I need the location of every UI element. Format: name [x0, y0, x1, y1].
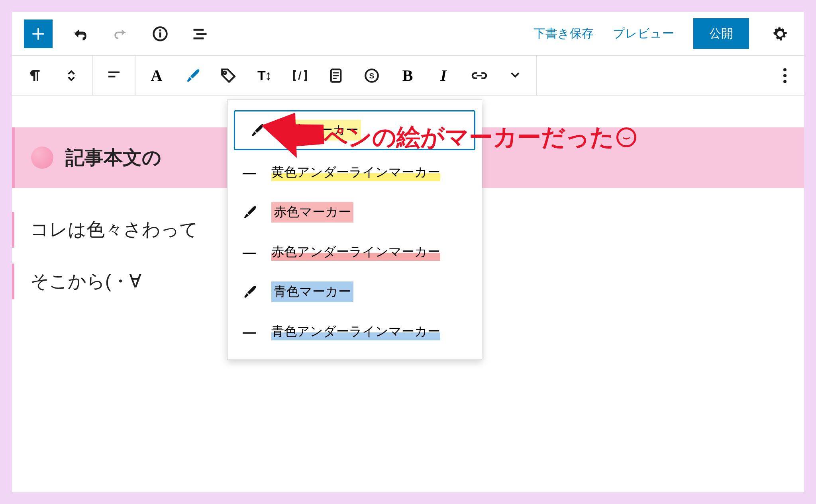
shortcode-button[interactable]	[282, 58, 318, 94]
document-icon	[328, 67, 344, 84]
brush-icon	[239, 284, 259, 300]
svg-rect-7	[108, 76, 116, 77]
marker-option-label: 赤色アンダーラインマーカー	[271, 243, 440, 261]
paragraph-block-button[interactable]	[18, 58, 53, 94]
heading-text: 記事本文の	[65, 145, 161, 170]
gear-icon	[771, 25, 789, 43]
currency-icon: S	[363, 67, 380, 84]
kebab-icon	[783, 67, 787, 84]
publish-button[interactable]: 公開	[693, 18, 749, 49]
marker-option-2[interactable]: 赤色マーカー	[228, 192, 482, 232]
link-button[interactable]	[461, 58, 497, 94]
brush-icon	[184, 67, 201, 84]
heading-bullet-icon	[31, 147, 53, 169]
svg-text:S: S	[369, 72, 375, 80]
marker-dropdown: 黄色マーカー—黄色アンダーラインマーカー赤色マーカー—赤色アンダーラインマーカー…	[227, 100, 482, 360]
svg-rect-10	[333, 75, 339, 76]
bold-icon: B	[402, 66, 413, 85]
underline-icon: —	[239, 324, 259, 340]
marker-option-3[interactable]: —赤色アンダーラインマーカー	[228, 232, 482, 272]
more-options-button[interactable]	[769, 67, 801, 84]
add-block-button[interactable]	[24, 20, 53, 48]
currency-button[interactable]: S	[354, 58, 390, 94]
marker-option-label: 青色マーカー	[271, 281, 353, 302]
svg-rect-11	[333, 78, 337, 79]
brush-icon	[247, 122, 267, 138]
marker-option-label: 青色アンダーラインマーカー	[271, 323, 440, 340]
italic-icon: I	[440, 66, 447, 85]
settings-button[interactable]	[768, 22, 792, 46]
bold-button[interactable]: B	[390, 58, 426, 94]
shortcode-icon	[292, 67, 308, 84]
svg-rect-9	[333, 72, 339, 73]
save-draft-button[interactable]: 下書き保存	[534, 25, 594, 42]
editor-window: 下書き保存 プレビュー 公開 A	[12, 12, 804, 492]
undo-icon	[72, 25, 89, 43]
info-button[interactable]	[148, 22, 172, 46]
text-color-button[interactable]: A	[139, 58, 175, 94]
chevron-down-icon	[507, 67, 524, 84]
svg-rect-1	[159, 32, 161, 37]
text-size-icon: T↕	[257, 68, 271, 83]
svg-point-14	[783, 68, 787, 71]
chevron-up-down-icon	[63, 67, 80, 84]
text-size-button[interactable]: T↕	[246, 58, 282, 94]
underline-icon: —	[239, 244, 259, 260]
svg-rect-6	[108, 71, 120, 73]
marker-option-1[interactable]: —黄色アンダーラインマーカー	[228, 152, 482, 192]
underline-icon: —	[239, 165, 259, 180]
svg-rect-5	[194, 37, 204, 39]
outline-button[interactable]	[188, 22, 212, 46]
marker-option-label: 赤色マーカー	[271, 202, 353, 223]
tag-button[interactable]	[210, 58, 246, 94]
top-toolbar: 下書き保存 プレビュー 公開	[12, 12, 804, 56]
italic-button[interactable]: I	[426, 58, 461, 94]
svg-point-15	[783, 74, 787, 77]
redo-icon	[112, 25, 129, 43]
marker-option-0[interactable]: 黄色マーカー	[234, 110, 475, 150]
preview-button[interactable]: プレビュー	[613, 25, 674, 42]
marker-button[interactable]	[175, 58, 210, 94]
block-toolbar: A T↕ S B I	[12, 56, 804, 96]
marker-option-label: 黄色アンダーラインマーカー	[271, 164, 440, 181]
marker-option-5[interactable]: —青色アンダーラインマーカー	[228, 312, 482, 352]
svg-rect-4	[196, 33, 207, 35]
list-outline-icon	[191, 25, 209, 43]
link-icon	[471, 67, 488, 84]
paragraph-icon	[27, 67, 44, 84]
svg-point-16	[783, 80, 787, 83]
marker-option-4[interactable]: 青色マーカー	[228, 272, 482, 312]
undo-button[interactable]	[69, 22, 92, 46]
svg-rect-2	[159, 29, 161, 31]
redo-button[interactable]	[108, 22, 132, 46]
more-format-button[interactable]	[497, 58, 533, 94]
svg-rect-3	[194, 29, 204, 31]
letter-a-icon: A	[151, 66, 163, 85]
tag-icon	[220, 67, 237, 84]
align-icon	[106, 67, 122, 84]
move-handle[interactable]	[53, 58, 89, 94]
brush-icon	[239, 204, 259, 220]
document-button[interactable]	[318, 58, 354, 94]
align-button[interactable]	[96, 58, 132, 94]
plus-icon	[29, 25, 47, 43]
marker-option-label: 黄色マーカー	[279, 120, 361, 141]
info-icon	[151, 25, 169, 43]
